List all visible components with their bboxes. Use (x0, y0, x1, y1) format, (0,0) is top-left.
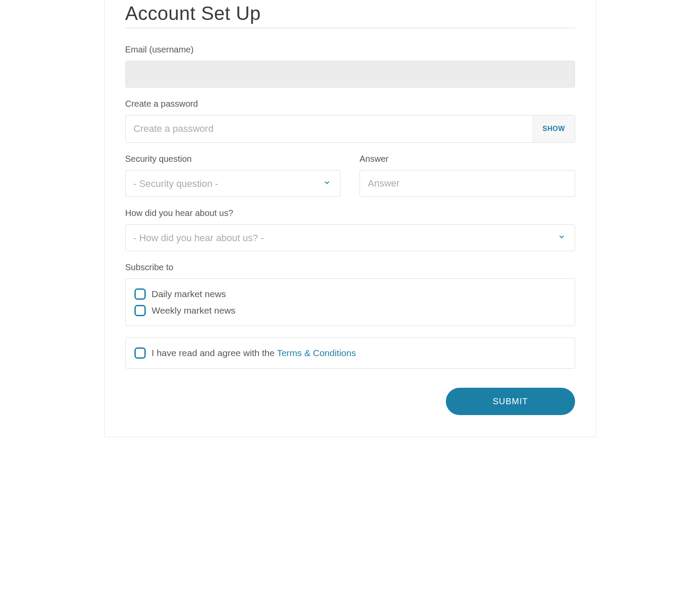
subscribe-group: Subscribe to Daily market news Weekly ma… (125, 262, 575, 326)
subscribe-daily-label: Daily market news (152, 289, 226, 299)
security-question-select[interactable]: - Security question - (125, 170, 341, 197)
show-password-button[interactable]: SHOW (533, 115, 575, 142)
hear-about-group: How did you hear about us? - How did you… (125, 208, 575, 251)
subscribe-weekly-label: Weekly market news (152, 305, 236, 316)
password-field-group: Create a password SHOW (125, 99, 575, 143)
terms-text: I have read and agree with the Terms & C… (152, 348, 356, 358)
subscribe-weekly-row: Weekly market news (134, 302, 566, 319)
submit-row: SUBMIT (125, 388, 575, 415)
page-title: Account Set Up (125, 0, 575, 28)
email-field-group: Email (username) (125, 45, 575, 88)
submit-button[interactable]: SUBMIT (446, 388, 575, 415)
security-question-group: Security question - Security question - (125, 154, 341, 197)
email-label: Email (username) (125, 45, 575, 55)
password-input[interactable] (126, 115, 533, 142)
hear-about-select[interactable]: - How did you hear about us? - (125, 224, 575, 251)
terms-row: I have read and agree with the Terms & C… (134, 345, 566, 361)
subscribe-weekly-checkbox[interactable] (134, 305, 146, 316)
answer-input[interactable] (360, 170, 575, 197)
subscribe-label: Subscribe to (125, 262, 575, 272)
subscribe-daily-row: Daily market news (134, 286, 566, 302)
email-input (125, 61, 575, 88)
answer-label: Answer (360, 154, 575, 164)
account-setup-form: Account Set Up Email (username) Create a… (104, 0, 596, 437)
terms-link[interactable]: Terms & Conditions (277, 348, 356, 358)
answer-group: Answer (360, 154, 575, 197)
hear-about-label: How did you hear about us? (125, 208, 575, 218)
subscribe-daily-checkbox[interactable] (134, 288, 146, 300)
password-input-wrap: SHOW (125, 115, 575, 143)
security-answer-row: Security question - Security question - … (125, 154, 575, 197)
security-question-label: Security question (125, 154, 341, 164)
terms-prefix: I have read and agree with the (152, 348, 277, 358)
terms-group: I have read and agree with the Terms & C… (125, 337, 575, 369)
terms-checkbox[interactable] (134, 347, 146, 359)
password-label: Create a password (125, 99, 575, 109)
